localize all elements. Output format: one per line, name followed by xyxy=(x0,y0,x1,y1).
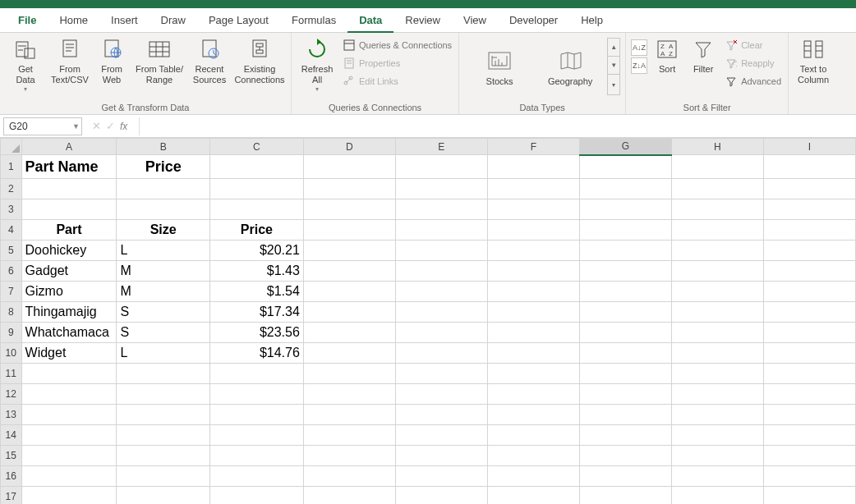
cell-D14[interactable] xyxy=(303,425,395,446)
cell-G11[interactable] xyxy=(579,364,671,384)
cell-H13[interactable] xyxy=(671,405,763,425)
col-header-I[interactable]: I xyxy=(763,139,855,155)
cell-G17[interactable] xyxy=(579,487,671,505)
tab-page-layout[interactable]: Page Layout xyxy=(197,8,280,33)
cell-A3[interactable] xyxy=(21,199,117,220)
cell-E5[interactable] xyxy=(395,241,487,261)
cell-B9[interactable]: S xyxy=(117,323,210,343)
row-header-15[interactable]: 15 xyxy=(1,446,22,466)
col-header-D[interactable]: D xyxy=(303,139,395,155)
cell-F5[interactable] xyxy=(487,241,579,261)
gallery-up-button[interactable]: ▲ xyxy=(608,39,619,57)
cell-B2[interactable] xyxy=(117,179,210,199)
cell-F2[interactable] xyxy=(487,179,579,199)
cell-H17[interactable] xyxy=(671,487,763,505)
cell-C15[interactable] xyxy=(210,446,304,466)
row-header-2[interactable]: 2 xyxy=(1,179,22,199)
cell-D9[interactable] xyxy=(303,323,395,343)
cell-A15[interactable] xyxy=(21,446,117,466)
cell-E10[interactable] xyxy=(395,343,487,364)
cell-A14[interactable] xyxy=(21,425,117,446)
cell-H3[interactable] xyxy=(671,199,763,220)
from-table-range-button[interactable]: From Table/ Range xyxy=(133,34,186,85)
cell-C10[interactable]: $14.76 xyxy=(210,343,304,364)
cell-D15[interactable] xyxy=(303,446,395,466)
cell-I12[interactable] xyxy=(763,384,855,405)
cell-A11[interactable] xyxy=(21,364,117,384)
row-header-10[interactable]: 10 xyxy=(1,343,22,364)
cell-B12[interactable] xyxy=(117,384,210,405)
cell-F1[interactable] xyxy=(487,155,579,179)
cell-E6[interactable] xyxy=(395,261,487,282)
row-header-5[interactable]: 5 xyxy=(1,241,22,261)
cell-B17[interactable] xyxy=(117,487,210,505)
col-header-A[interactable]: A xyxy=(21,139,117,155)
cell-G5[interactable] xyxy=(579,241,671,261)
cell-B14[interactable] xyxy=(117,425,210,446)
cell-F9[interactable] xyxy=(487,323,579,343)
cell-H1[interactable] xyxy=(671,155,763,179)
cell-D10[interactable] xyxy=(303,343,395,364)
gallery-more-button[interactable]: ▾ xyxy=(608,75,619,94)
cell-G13[interactable] xyxy=(579,405,671,425)
tab-help[interactable]: Help xyxy=(569,8,614,33)
get-data-button[interactable]: Get Data ▾ xyxy=(5,34,46,94)
cell-F16[interactable] xyxy=(487,466,579,487)
cell-I3[interactable] xyxy=(763,199,855,220)
text-to-columns-button[interactable]: Text to Column xyxy=(794,34,833,85)
cell-A13[interactable] xyxy=(21,405,117,425)
cell-D2[interactable] xyxy=(303,179,395,199)
properties-button[interactable]: Properties xyxy=(341,54,453,72)
tab-formulas[interactable]: Formulas xyxy=(280,8,347,33)
cell-E2[interactable] xyxy=(395,179,487,199)
tab-developer[interactable]: Developer xyxy=(498,8,569,33)
cell-A1[interactable]: Part Name xyxy=(21,155,117,179)
cell-G16[interactable] xyxy=(579,466,671,487)
cell-F15[interactable] xyxy=(487,446,579,466)
cell-E4[interactable] xyxy=(395,220,487,241)
filter-button[interactable]: Filter xyxy=(687,34,720,75)
row-header-16[interactable]: 16 xyxy=(1,466,22,487)
existing-connections-button[interactable]: Existing Connections xyxy=(233,34,286,85)
cell-I2[interactable] xyxy=(763,179,855,199)
edit-links-button[interactable]: Edit Links xyxy=(341,72,453,90)
cell-A17[interactable] xyxy=(21,487,117,505)
col-header-H[interactable]: H xyxy=(671,139,763,155)
cell-C17[interactable] xyxy=(210,487,304,505)
cell-G12[interactable] xyxy=(579,384,671,405)
cell-I9[interactable] xyxy=(763,323,855,343)
cell-I14[interactable] xyxy=(763,425,855,446)
cell-I13[interactable] xyxy=(763,405,855,425)
cell-A5[interactable]: Doohickey xyxy=(21,241,117,261)
cell-H2[interactable] xyxy=(671,179,763,199)
cell-C8[interactable]: $17.34 xyxy=(210,302,304,323)
cell-A6[interactable]: Gadget xyxy=(21,261,117,282)
row-header-13[interactable]: 13 xyxy=(1,405,22,425)
row-header-4[interactable]: 4 xyxy=(1,220,22,241)
col-header-G[interactable]: G xyxy=(579,139,671,155)
cell-I15[interactable] xyxy=(763,446,855,466)
cell-E7[interactable] xyxy=(395,282,487,302)
cell-C9[interactable]: $23.56 xyxy=(210,323,304,343)
cell-H7[interactable] xyxy=(671,282,763,302)
cell-C3[interactable] xyxy=(210,199,304,220)
cell-C13[interactable] xyxy=(210,405,304,425)
stocks-button[interactable]: Stocks xyxy=(464,44,535,86)
cell-C5[interactable]: $20.21 xyxy=(210,241,304,261)
cell-F10[interactable] xyxy=(487,343,579,364)
cell-H8[interactable] xyxy=(671,302,763,323)
cell-C14[interactable] xyxy=(210,425,304,446)
geography-button[interactable]: Geography xyxy=(535,44,605,86)
from-text-csv-button[interactable]: From Text/CSV xyxy=(49,34,90,85)
cell-F14[interactable] xyxy=(487,425,579,446)
cell-D13[interactable] xyxy=(303,405,395,425)
row-header-6[interactable]: 6 xyxy=(1,261,22,282)
sort-desc-button[interactable]: Z↓A xyxy=(631,57,647,74)
cell-I10[interactable] xyxy=(763,343,855,364)
cell-H9[interactable] xyxy=(671,323,763,343)
cell-G10[interactable] xyxy=(579,343,671,364)
cell-E3[interactable] xyxy=(395,199,487,220)
cell-H12[interactable] xyxy=(671,384,763,405)
cell-E12[interactable] xyxy=(395,384,487,405)
cell-C12[interactable] xyxy=(210,384,304,405)
